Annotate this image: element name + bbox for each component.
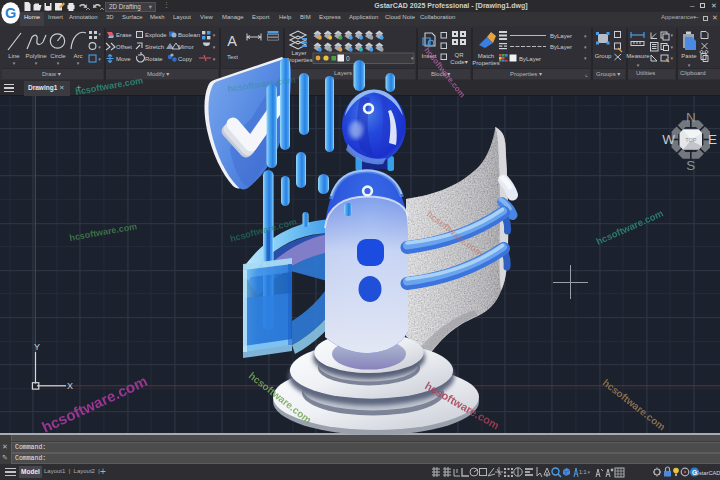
svg-text:Copy: Copy bbox=[178, 56, 192, 62]
svg-text:▾: ▾ bbox=[98, 31, 101, 37]
svg-text:Properties: Properties bbox=[285, 57, 312, 63]
svg-text:G: G bbox=[5, 5, 16, 21]
svg-text:▾: ▾ bbox=[35, 60, 38, 66]
svg-text:▾: ▾ bbox=[688, 62, 691, 68]
svg-text:Text: Text bbox=[227, 54, 238, 60]
svg-text:Explode: Explode bbox=[145, 32, 167, 38]
svg-text:▾: ▾ bbox=[98, 56, 101, 62]
svg-text:Properties: Properties bbox=[472, 60, 499, 66]
svg-text:Polyline: Polyline bbox=[25, 53, 47, 59]
svg-text:Code▾: Code▾ bbox=[450, 59, 467, 65]
svg-text:Arc: Arc bbox=[74, 53, 83, 59]
svg-text:ByLayer: ByLayer bbox=[550, 33, 572, 39]
svg-text:ByLayer: ByLayer bbox=[519, 56, 541, 62]
svg-text:▾: ▾ bbox=[584, 55, 587, 61]
svg-text:Paste: Paste bbox=[681, 53, 697, 59]
svg-text:Stretch: Stretch bbox=[145, 44, 164, 50]
svg-text:▾: ▾ bbox=[671, 32, 674, 38]
svg-text:▾: ▾ bbox=[588, 469, 591, 475]
svg-text:Measure: Measure bbox=[626, 53, 650, 59]
svg-text:▾: ▾ bbox=[584, 33, 587, 39]
svg-text:Erase: Erase bbox=[116, 32, 132, 38]
svg-text:Circle: Circle bbox=[50, 53, 66, 59]
svg-text:Move: Move bbox=[116, 56, 131, 62]
svg-text:Line: Line bbox=[8, 53, 20, 59]
svg-text:▾: ▾ bbox=[637, 62, 640, 68]
svg-text:A: A bbox=[227, 33, 237, 49]
svg-text:▾: ▾ bbox=[213, 32, 216, 38]
svg-text:Match: Match bbox=[478, 53, 494, 59]
svg-text:Insert: Insert bbox=[421, 53, 436, 59]
svg-text:GstarCAD: GstarCAD bbox=[695, 470, 720, 476]
svg-text:▾: ▾ bbox=[584, 44, 587, 50]
svg-text:▾: ▾ bbox=[13, 60, 16, 66]
svg-text:Offset: Offset bbox=[116, 44, 132, 50]
svg-text:Layer: Layer bbox=[291, 50, 306, 56]
svg-text:1:1: 1:1 bbox=[579, 469, 587, 475]
svg-text:0: 0 bbox=[346, 55, 350, 62]
svg-text:▾: ▾ bbox=[77, 60, 80, 66]
svg-text:▾: ▾ bbox=[213, 44, 216, 50]
svg-text:Group: Group bbox=[595, 53, 612, 59]
svg-text:▾: ▾ bbox=[57, 60, 60, 66]
svg-text:▾: ▾ bbox=[98, 44, 101, 50]
svg-text:ByLayer: ByLayer bbox=[550, 44, 572, 50]
svg-text:▾: ▾ bbox=[213, 56, 216, 62]
svg-text:▾: ▾ bbox=[671, 44, 674, 50]
svg-text:▾: ▾ bbox=[671, 55, 674, 61]
svg-text:Boolean: Boolean bbox=[178, 32, 200, 38]
svg-text:QR: QR bbox=[455, 52, 465, 58]
svg-text:Rotate: Rotate bbox=[145, 56, 163, 62]
